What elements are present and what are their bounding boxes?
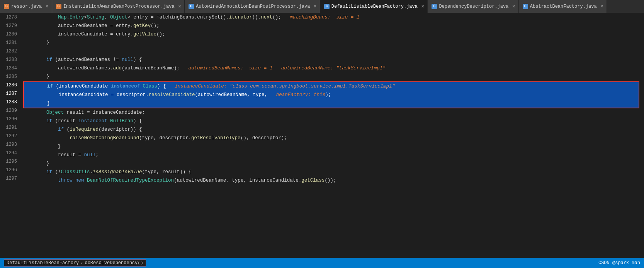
line-1290: 1290	[0, 115, 17, 123]
tab-abstract[interactable]: C AbstractBeanFactory.java ×	[519, 0, 607, 13]
line-1291: 1291	[0, 123, 17, 132]
code-line-1292: raiseNoMatchingBeanFound(type, descripto…	[23, 134, 641, 142]
code-line-1296: if (!ClassUtils.isAssignableValue(type, …	[23, 168, 641, 176]
code-line-1294: result = null;	[23, 151, 641, 159]
code-line-1290: if (result instanceof NullBean) {	[23, 117, 641, 125]
code-line-1282	[23, 47, 641, 56]
code-line-1284: autowiredBeanNames.add(autowiredBeanName…	[23, 64, 641, 72]
tab-close-default-listable[interactable]: ×	[421, 4, 424, 9]
code-line-1280: instanceCandidate = entry.getValue();	[23, 30, 641, 39]
line-1280: 1280	[0, 30, 17, 39]
code-line-1288: }	[24, 99, 639, 108]
line-1281: 1281	[0, 39, 17, 47]
line-1294: 1294	[0, 149, 17, 157]
tab-icon-autowired: C	[189, 4, 194, 9]
code-line-1287: instanceCandidate = descriptor.resolveCa…	[24, 91, 639, 99]
tab-ressor[interactable]: C ressor.java ×	[0, 0, 52, 13]
breadcrumb-class: DefaultListableBeanFactory	[7, 260, 79, 266]
code-line-1278: Map.Entry<String, Object> entry = matchi…	[23, 13, 641, 22]
tab-icon-abstract: C	[523, 4, 528, 9]
line-1288: 1288	[0, 98, 17, 106]
tab-instantiation[interactable]: C InstantiationAwareBeanPostProcessor.ja…	[52, 0, 185, 13]
tab-dependency[interactable]: C DependencyDescriptor.java ×	[428, 0, 518, 13]
tab-label-instantiation: InstantiationAwareBeanPostProcessor.java	[63, 4, 175, 9]
breadcrumb-box: DefaultListableBeanFactory › doResolveDe…	[4, 260, 146, 266]
tab-autowired[interactable]: C AutowiredAnnotationBeanPostProcessor.j…	[185, 0, 320, 13]
tab-label-abstract: AbstractBeanFactory.java	[530, 4, 597, 9]
line-1295: 1295	[0, 157, 17, 166]
tab-close-abstract[interactable]: ×	[600, 4, 603, 9]
line-1283: 1283	[0, 56, 17, 64]
tab-close-dependency[interactable]: ×	[512, 4, 515, 9]
breadcrumb-method: doResolveDependency()	[85, 260, 143, 266]
tab-icon-default-listable: C	[324, 4, 330, 9]
line-1284: 1284	[0, 64, 17, 72]
tab-label-default-listable: DefaultListableBeanFactory.java	[331, 4, 418, 9]
line-1289: 1289	[0, 106, 17, 115]
line-1296: 1296	[0, 166, 17, 174]
tab-close-instantiation[interactable]: ×	[178, 4, 181, 9]
tab-icon-ressor: C	[4, 4, 9, 9]
code-line-1297: throw new BeanNotOfRequiredTypeException…	[23, 176, 641, 185]
status-left: DefaultListableBeanFactory › doResolveDe…	[4, 260, 146, 266]
code-line-1281: }	[23, 39, 641, 47]
editor-container: 1278 1279 1280 1281 1282 1283 1284 1285 …	[0, 13, 644, 258]
code-line-1291: if (isRequired(descriptor)) {	[23, 125, 641, 134]
line-1286: 1286	[0, 81, 17, 89]
line-number-gutter: 1278 1279 1280 1281 1282 1283 1284 1285 …	[0, 13, 20, 258]
line-1292: 1292	[0, 132, 17, 140]
line-1279: 1279	[0, 22, 17, 30]
line-1287: 1287	[0, 89, 17, 98]
tab-icon-dependency: C	[432, 4, 437, 9]
tab-bar: C ressor.java × C InstantiationAwareBean…	[0, 0, 644, 13]
tab-label-dependency: DependencyDescriptor.java	[439, 4, 508, 9]
tab-close-autowired[interactable]: ×	[313, 4, 316, 9]
watermark: CSDN @spark man	[598, 260, 640, 266]
tab-default-listable[interactable]: C DefaultListableBeanFactory.java ×	[320, 0, 428, 13]
tab-icon-instantiation: C	[56, 4, 61, 9]
tab-close-ressor[interactable]: ×	[45, 4, 48, 9]
line-1285: 1285	[0, 72, 17, 81]
code-line-1279: autowiredBeanName = entry.getKey();	[23, 22, 641, 30]
code-line-1295: }	[23, 159, 641, 168]
status-bar: DefaultListableBeanFactory › doResolveDe…	[0, 258, 644, 268]
code-line-1293: }	[23, 142, 641, 151]
code-area: Map.Entry<String, Object> entry = matchi…	[20, 13, 644, 258]
red-box-highlight: if (instanceCandidate instanceof Class) …	[23, 81, 639, 108]
code-line-1283: if (autowiredBeanNames != null) {	[23, 56, 641, 64]
tab-label-autowired: AutowiredAnnotationBeanPostProcessor.jav…	[196, 4, 310, 9]
line-1297: 1297	[0, 174, 17, 183]
code-line-1289: Object result = instanceCandidate;	[23, 108, 641, 117]
code-line-1286: if (instanceCandidate instanceof Class) …	[24, 82, 639, 91]
line-1282: 1282	[0, 47, 17, 56]
line-1278: 1278	[0, 13, 17, 22]
code-line-1285: }	[23, 72, 641, 81]
breadcrumb-separator: ›	[80, 260, 83, 266]
line-1293: 1293	[0, 140, 17, 149]
tab-label-ressor: ressor.java	[11, 4, 42, 9]
